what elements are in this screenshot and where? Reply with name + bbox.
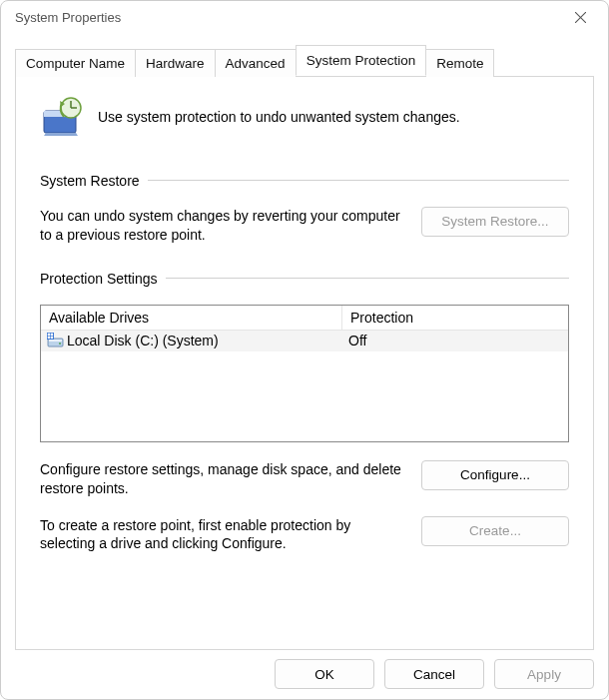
system-protection-shield-icon xyxy=(40,95,84,139)
tab-remote[interactable]: Remote xyxy=(425,49,494,77)
tab-advanced[interactable]: Advanced xyxy=(215,49,297,77)
group-protection-settings: Protection Settings Available Drives Pro… xyxy=(40,271,569,554)
configure-button[interactable]: Configure... xyxy=(421,460,569,490)
configure-desc: Configure restore settings, manage disk … xyxy=(40,460,403,498)
svg-rect-9 xyxy=(49,340,62,342)
column-header-drives[interactable]: Available Drives xyxy=(41,306,342,330)
svg-point-10 xyxy=(59,343,61,345)
titlebar: System Properties xyxy=(1,1,608,35)
intro-row: Use system protection to undo unwanted s… xyxy=(40,95,569,139)
system-properties-window: System Properties Computer Name Hardware… xyxy=(0,0,609,700)
drive-protection-status: Off xyxy=(348,333,366,349)
drives-table[interactable]: Available Drives Protection xyxy=(40,305,569,442)
group-title-system-restore: System Restore xyxy=(40,173,140,189)
drives-table-header: Available Drives Protection xyxy=(41,306,568,331)
tab-hardware[interactable]: Hardware xyxy=(135,49,216,77)
apply-button[interactable]: Apply xyxy=(494,659,594,689)
tab-system-protection[interactable]: System Protection xyxy=(296,45,427,76)
system-restore-desc: You can undo system changes by reverting… xyxy=(40,207,403,245)
svg-rect-12 xyxy=(48,333,50,335)
close-icon xyxy=(575,12,586,23)
group-header-system-restore: System Restore xyxy=(40,173,569,189)
window-title: System Properties xyxy=(15,10,560,25)
table-row[interactable]: Local Disk (C:) (System) Off xyxy=(41,331,568,351)
create-button[interactable]: Create... xyxy=(421,516,569,546)
dialog-footer: OK Cancel Apply xyxy=(1,650,608,699)
close-button[interactable] xyxy=(560,3,600,33)
svg-rect-13 xyxy=(51,333,53,335)
cancel-button[interactable]: Cancel xyxy=(384,659,484,689)
svg-rect-14 xyxy=(48,336,50,338)
group-header-protection-settings: Protection Settings xyxy=(40,271,569,287)
drive-icon xyxy=(47,333,65,349)
column-header-protection[interactable]: Protection xyxy=(342,306,568,330)
tab-panel-system-protection: Use system protection to undo unwanted s… xyxy=(15,76,594,650)
create-desc: To create a restore point, first enable … xyxy=(40,516,403,554)
divider xyxy=(148,180,569,181)
tab-area: Computer Name Hardware Advanced System P… xyxy=(1,35,608,650)
system-restore-button[interactable]: System Restore... xyxy=(421,207,569,237)
intro-text: Use system protection to undo unwanted s… xyxy=(98,109,460,125)
tab-strip: Computer Name Hardware Advanced System P… xyxy=(15,45,594,76)
tab-computer-name[interactable]: Computer Name xyxy=(15,49,136,77)
group-title-protection-settings: Protection Settings xyxy=(40,271,158,287)
svg-rect-15 xyxy=(51,336,53,338)
drive-name: Local Disk (C:) (System) xyxy=(67,333,219,349)
divider xyxy=(166,278,569,279)
group-system-restore: System Restore You can undo system chang… xyxy=(40,173,569,245)
ok-button[interactable]: OK xyxy=(275,659,374,689)
